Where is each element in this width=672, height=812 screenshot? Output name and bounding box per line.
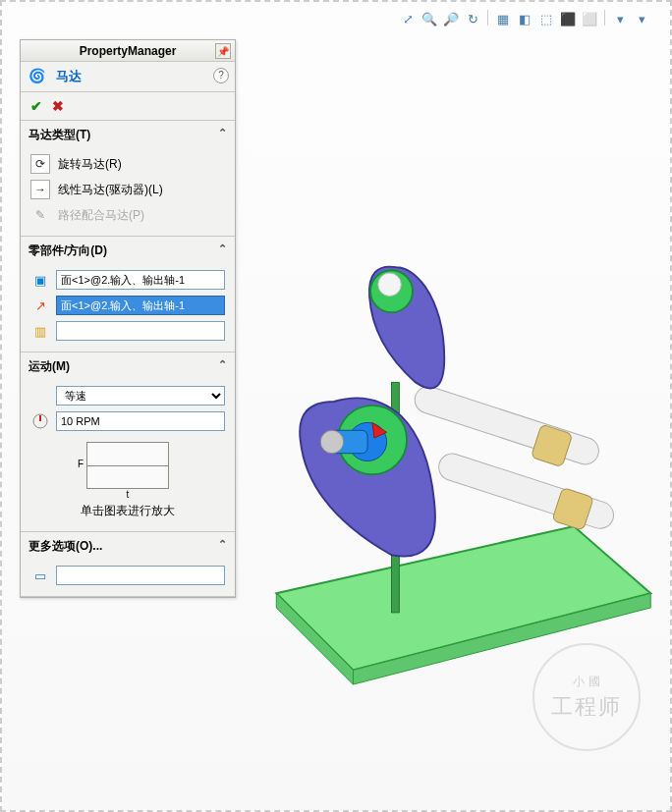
rotate-view-icon[interactable]: ↻ (464, 10, 481, 27)
chevron-up-icon: ⌃ (218, 358, 227, 371)
section-motor-type: 马达类型(T) ⌃ ⟳ 旋转马达(R) → 线性马达(驱动器)(L) ✎ 路径配… (21, 121, 235, 237)
svg-rect-1 (412, 383, 602, 467)
cube-shaded-icon[interactable]: ⬛ (559, 10, 577, 27)
section-component-direction: 零部件/方向(D) ⌃ ▣ 面<1>@2.输入、输出轴-1 ↗ 面<1>@2.输… (21, 237, 235, 352)
watermark: 小 國 工程师 (532, 643, 641, 751)
option-label: 线性马达(驱动器)(L) (58, 182, 163, 198)
watermark-line2: 工程师 (551, 692, 622, 722)
motion-chart-area[interactable]: F t 单击图表进行放大 (28, 434, 227, 523)
svg-point-10 (378, 273, 401, 296)
render-icon[interactable]: ▾ (633, 10, 650, 27)
option-linear-motor[interactable]: → 线性马达(驱动器)(L) (28, 177, 227, 202)
section-head-motion[interactable]: 运动(M) ⌃ (21, 352, 235, 381)
section-motion: 运动(M) ⌃ 等速 (21, 352, 235, 532)
motor-icon: 🌀 (28, 68, 50, 85)
face-icon: ▣ (30, 270, 50, 290)
section-head-motor-type[interactable]: 马达类型(T) ⌃ (21, 121, 235, 149)
face-input[interactable]: 面<1>@2.输入、输出轴-1 (56, 270, 225, 290)
path-icon: ✎ (30, 205, 50, 225)
load-bearing-field[interactable]: ▭ (28, 563, 227, 588)
svg-point-8 (320, 430, 343, 453)
chart-caption: 单击图表进行放大 (81, 503, 175, 519)
chevron-up-icon: ⌃ (218, 243, 227, 255)
relative-input[interactable] (56, 321, 225, 341)
axis-t-label: t (127, 489, 130, 500)
display-style-icon[interactable]: ◧ (516, 10, 533, 27)
rotary-icon: ⟳ (30, 154, 50, 174)
pin-icon[interactable]: 📌 (215, 43, 231, 59)
pm-action-row: ✔ ✖ (21, 92, 235, 121)
speed-row (28, 408, 227, 434)
option-label: 路径配合马达(P) (58, 207, 144, 224)
motion-type-select[interactable]: 等速 (56, 386, 225, 406)
pm-header-label: PropertyManager (80, 44, 177, 58)
motor-direction-field[interactable]: ↗ 面<1>@2.输入、输出轴-1 (28, 293, 227, 318)
axis-f-label: F (78, 459, 84, 469)
option-label: 旋转马达(R) (58, 156, 122, 173)
section-more-options: 更多选项(O)... ⌃ ▭ (21, 532, 235, 597)
speed-input[interactable] (56, 411, 225, 431)
load-icon: ▭ (30, 566, 50, 585)
pm-title-text: 马达 (56, 68, 82, 85)
zoom-area-icon[interactable]: 🔍 (420, 10, 438, 27)
relative-component-field[interactable]: ▥ (28, 318, 227, 344)
section-label: 马达类型(T) (28, 127, 90, 143)
section-head-component[interactable]: 零部件/方向(D) ⌃ (21, 237, 235, 265)
help-icon[interactable]: ? (213, 68, 229, 83)
chevron-up-icon: ⌃ (218, 538, 227, 551)
cancel-button[interactable]: ✖ (52, 98, 64, 114)
pm-header: PropertyManager 📌 (21, 40, 235, 62)
pm-feature-title: 🌀 马达 ? (21, 62, 235, 92)
scene-icon[interactable]: ▾ (611, 10, 629, 27)
option-rotary-motor[interactable]: ⟳ 旋转马达(R) (28, 151, 227, 177)
graphics-viewport[interactable]: ⤢ 🔍 🔎 ↻ ▦ ◧ ⬚ ⬛ ⬜ ▾ ▾ (2, 2, 670, 810)
section-label: 零部件/方向(D) (28, 243, 107, 259)
load-input[interactable] (56, 566, 225, 585)
zoom-fit-icon[interactable]: ⤢ (399, 10, 417, 27)
watermark-line1: 小 國 (573, 674, 599, 690)
motor-location-field[interactable]: ▣ 面<1>@2.输入、输出轴-1 (28, 267, 227, 293)
speed-icon (30, 411, 50, 431)
section-head-more[interactable]: 更多选项(O)... ⌃ (21, 532, 235, 561)
property-manager-panel: PropertyManager 📌 🌀 马达 ? ✔ ✖ 马达类型(T) ⌃ ⟳… (20, 39, 236, 598)
cube-wire-icon[interactable]: ⬜ (581, 10, 598, 27)
section-label: 运动(M) (28, 358, 70, 375)
motion-chart[interactable]: F t (86, 442, 169, 489)
direction-icon: ↗ (30, 296, 50, 315)
motion-type-row: 等速 (28, 383, 227, 408)
section-view-icon[interactable]: ▦ (494, 10, 512, 27)
cube-iso-icon[interactable]: ⬚ (537, 10, 555, 27)
component-icon: ▥ (30, 321, 50, 341)
direction-input[interactable]: 面<1>@2.输入、输出轴-1 (56, 296, 225, 315)
view-toolbar: ⤢ 🔍 🔎 ↻ ▦ ◧ ⬚ ⬛ ⬜ ▾ ▾ (399, 10, 650, 31)
linear-icon: → (30, 180, 50, 199)
section-label: 更多选项(O)... (28, 538, 102, 555)
ok-button[interactable]: ✔ (30, 98, 42, 114)
option-path-motor: ✎ 路径配合马达(P) (28, 202, 227, 228)
chevron-up-icon: ⌃ (218, 127, 227, 139)
zoom-prev-icon[interactable]: 🔎 (442, 10, 460, 27)
